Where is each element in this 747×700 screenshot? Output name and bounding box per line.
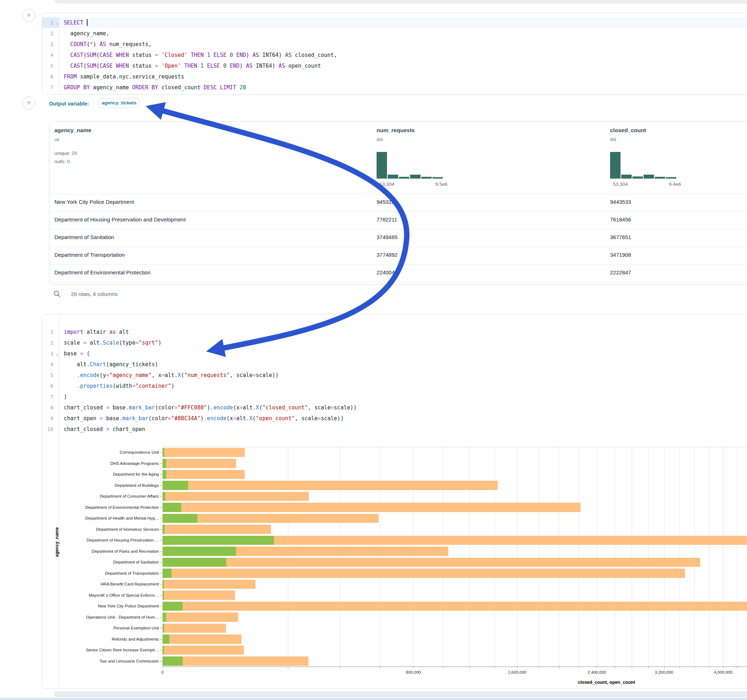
code-text: .encode(y="agency_name", x=alt.X("num_re… — [59, 370, 747, 381]
code-text: ) — [59, 391, 747, 402]
table-cell[interactable]: Department of Transportation — [54, 252, 125, 258]
table-cell[interactable]: Department of Sanitation — [54, 234, 114, 240]
line-number: 3v — [42, 348, 59, 359]
line-number: 6 — [42, 71, 59, 82]
histogram-max-label-closed-count: 9.4e6 — [669, 181, 681, 187]
code-line[interactable]: 5 .encode(y="agency_name", x=alt.X("num_… — [42, 370, 747, 381]
line-number: 10 — [42, 424, 59, 434]
fold-chevron-icon[interactable]: v — [57, 18, 58, 29]
code-line[interactable]: 10chart_closed + chart_open — [42, 424, 747, 434]
histogram-bin — [621, 175, 632, 179]
output-variable-label: Output variable: — [49, 101, 89, 107]
code-text: SELECT — [59, 17, 747, 28]
add-cell-button-middle[interactable]: + — [22, 97, 35, 109]
column-header-agency-name[interactable]: agency_name — [54, 127, 92, 134]
code-text: agency_name, — [59, 28, 747, 39]
search-icon[interactable] — [53, 290, 60, 297]
histogram-bin — [410, 175, 420, 179]
table-cell[interactable]: 3471908 — [610, 252, 631, 258]
code-line[interactable]: 4 alt.Chart(agency_tickets) — [42, 359, 747, 370]
line-number: 4 — [42, 50, 59, 60]
histogram-closed-count — [610, 151, 679, 180]
code-text: alt.Chart(agency_tickets) — [59, 359, 747, 370]
histogram-bin — [632, 177, 643, 179]
table-cell[interactable]: 2240041 — [377, 269, 398, 276]
code-text: CAST(SUM(CASE WHEN status = 'Open' THEN … — [59, 60, 747, 71]
histogram-bin — [644, 175, 654, 179]
y-axis-title: agency_name — [54, 528, 59, 557]
code-text: chart_closed + chart_open — [59, 424, 747, 434]
text-caret — [87, 19, 88, 26]
table-cell[interactable]: 9453131 — [377, 199, 398, 205]
line-number: 1v — [42, 17, 59, 28]
output-variable-pill[interactable]: agency_tickets — [98, 98, 139, 108]
code-line[interactable]: 2 agency_name, — [42, 28, 747, 39]
row-divider — [49, 247, 747, 247]
line-number: 4 — [42, 359, 59, 370]
column-type-num-requests: i64 — [377, 137, 383, 142]
notebook-page: + + 1vSELECT 2 agency_name,3 COUNT(*) AS… — [0, 0, 747, 700]
add-cell-button-top[interactable]: + — [22, 9, 35, 22]
table-cell[interactable]: Department of Housing Preservation and D… — [54, 216, 186, 223]
x-axis-title: closed_count, open_count — [578, 680, 635, 685]
histogram-bin — [399, 177, 409, 179]
column-type-closed-count: i64 — [610, 137, 616, 142]
line-number: 1 — [42, 327, 59, 337]
python-code-editor[interactable]: 1import altair as alt2scale = alt.Scale(… — [42, 327, 747, 434]
histogram-num-requests — [377, 151, 445, 180]
code-line[interactable]: 8chart_closed = base.mark_bar(color="#FF… — [42, 402, 747, 413]
code-line[interactable]: 1import altair as alt — [42, 327, 747, 337]
table-cell[interactable]: 2222847 — [610, 269, 631, 276]
table-cell[interactable]: 7618456 — [610, 216, 631, 223]
table-cell[interactable]: 3774892 — [377, 252, 398, 258]
line-number: 5 — [42, 370, 59, 381]
histogram-bin — [666, 177, 676, 179]
histogram-bin — [432, 177, 443, 179]
code-line[interactable]: 3vbase = ( — [42, 348, 747, 359]
code-line[interactable]: 7GROUP BY agency_name ORDER BY closed_co… — [42, 82, 747, 93]
line-number: 2 — [42, 337, 59, 348]
column-stat-nulls: nulls: 0 — [54, 159, 70, 164]
histogram-bin — [377, 152, 387, 179]
histogram-min-label-num-requests: 53,304 — [380, 181, 394, 187]
code-text: base = ( — [59, 348, 747, 359]
sql-cell[interactable]: 1vSELECT 2 agency_name,3 COUNT(*) AS num… — [42, 13, 747, 95]
python-cell[interactable]: 1import altair as alt2scale = alt.Scale(… — [42, 314, 747, 688]
previous-cell-edge — [54, 0, 747, 4]
line-number: 2 — [42, 28, 59, 39]
code-text: import altair as alt — [59, 327, 747, 337]
code-line[interactable]: 9chart_open = base.mark_bar(color="#8BC3… — [42, 413, 747, 424]
fold-chevron-icon[interactable]: v — [57, 349, 58, 360]
table-cell[interactable]: Department of Environmental Protection — [54, 269, 151, 276]
table-cell[interactable]: 9443533 — [610, 199, 631, 205]
code-line[interactable]: 5 CAST(SUM(CASE WHEN status = 'Open' THE… — [42, 60, 747, 71]
column-type-agency-name: str — [54, 137, 59, 142]
code-line[interactable]: 2scale = alt.Scale(type="sqrt") — [42, 337, 747, 348]
code-text: COUNT(*) AS num_requests, — [59, 39, 747, 50]
code-text: scale = alt.Scale(type="sqrt") — [59, 337, 747, 348]
column-header-num-requests[interactable]: num_requests — [377, 127, 415, 134]
line-number: 8 — [42, 402, 59, 413]
code-text: CAST(SUM(CASE WHEN status = 'Closed' THE… — [59, 50, 747, 60]
code-text: .properties(width="container") — [59, 381, 747, 391]
code-line[interactable]: 7) — [42, 391, 747, 402]
row-divider — [49, 264, 747, 265]
code-line[interactable]: 3 COUNT(*) AS num_requests, — [42, 39, 747, 50]
sql-code-editor[interactable]: 1vSELECT 2 agency_name,3 COUNT(*) AS num… — [42, 17, 747, 93]
code-line[interactable]: 6FROM sample_data.nyc.service_requests — [42, 71, 747, 82]
code-line[interactable]: 4 CAST(SUM(CASE WHEN status = 'Closed' T… — [42, 50, 747, 60]
table-cell[interactable]: 7782211 — [377, 216, 397, 223]
table-cell[interactable]: New York City Police Department — [54, 199, 134, 205]
code-line[interactable]: 6 .properties(width="container") — [42, 381, 747, 391]
page-bottom-divider — [0, 698, 747, 700]
code-line[interactable]: 1vSELECT — [42, 17, 747, 28]
line-number: 7 — [42, 391, 59, 402]
column-header-closed-count[interactable]: closed_count — [610, 127, 646, 134]
results-table: agency_name str unique: 20 nulls: 0 num_… — [49, 121, 747, 284]
histogram-max-label-num-requests: 9.5e6 — [435, 181, 448, 187]
line-number: 6 — [42, 381, 59, 391]
code-text: chart_closed = base.mark_bar(color="#FFC… — [59, 402, 747, 413]
table-cell[interactable]: 3677651 — [610, 234, 631, 240]
table-cell[interactable]: 3749485 — [377, 234, 398, 240]
line-number: 9 — [42, 413, 59, 424]
